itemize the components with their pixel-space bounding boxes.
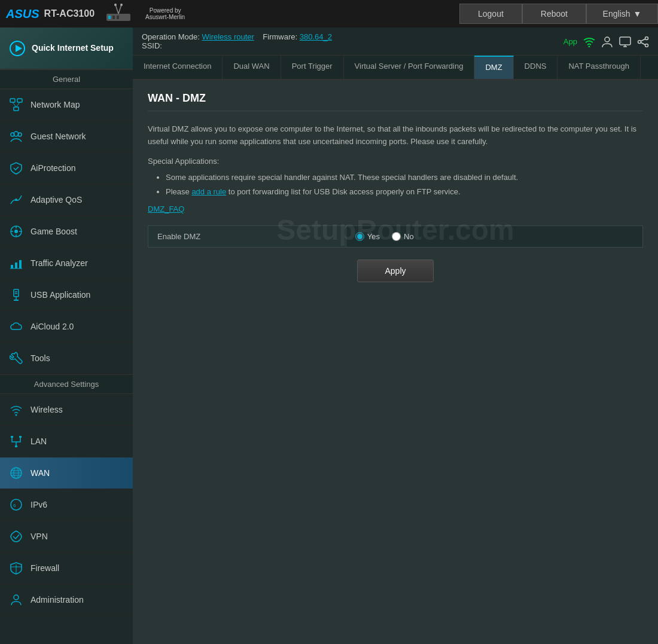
sidebar-item-game-boost[interactable]: Game Boost	[0, 216, 133, 248]
special-apps-title: Special Applications:	[148, 157, 643, 166]
sidebar-item-adaptive-qos[interactable]: Adaptive QoS	[0, 184, 133, 216]
asus-logo: ASUS	[6, 7, 39, 21]
radio-yes-input[interactable]	[355, 232, 364, 241]
sidebar-item-aiprotection[interactable]: AiProtection	[0, 152, 133, 184]
svg-marker-9	[16, 45, 22, 52]
svg-line-56	[641, 39, 645, 41]
sidebar-item-wireless[interactable]: Wireless	[0, 394, 133, 426]
apply-button[interactable]: Apply	[357, 260, 433, 282]
wifi-status-icon[interactable]	[583, 35, 595, 48]
svg-point-6	[114, 4, 117, 6]
advanced-section-header: Advanced Settings	[0, 374, 133, 394]
svg-text:6: 6	[13, 503, 16, 508]
quick-setup-icon	[9, 39, 26, 56]
sidebar-item-lan[interactable]: LAN	[0, 426, 133, 457]
sidebar-item-wan[interactable]: WAN	[0, 457, 133, 489]
operation-mode-label: Operation Mode:	[142, 32, 200, 41]
tab-nat-passthrough[interactable]: NAT Passthrough	[558, 56, 640, 79]
dmz-radio-group: Yes No	[355, 232, 633, 241]
tab-internet-connection[interactable]: Internet Connection	[133, 56, 223, 79]
game-boost-label: Game Boost	[31, 227, 77, 236]
bullet-item-2: Please add a rule to port forwarding lis…	[166, 185, 643, 199]
lan-label: LAN	[31, 437, 47, 446]
svg-rect-2	[112, 16, 115, 19]
share-icon[interactable]	[637, 35, 649, 48]
svg-line-13	[13, 102, 16, 107]
usb-application-label: USB Application	[31, 290, 90, 300]
logout-button[interactable]: Logout	[459, 4, 522, 24]
sidebar-item-firewall[interactable]: Firewall	[0, 553, 133, 584]
sidebar-item-aicloud[interactable]: AiCloud 2.0	[0, 311, 133, 343]
svg-point-55	[645, 44, 648, 47]
tab-port-trigger[interactable]: Port Trigger	[281, 56, 344, 79]
dmz-faq-link[interactable]: DMZ_FAQ	[148, 205, 184, 213]
add-rule-link[interactable]: add a rule	[191, 187, 226, 196]
wireless-label: Wireless	[31, 405, 63, 414]
sidebar-item-usb-application[interactable]: USB Application	[0, 279, 133, 311]
language-button[interactable]: English ▼	[586, 4, 658, 24]
svg-point-49	[605, 37, 610, 42]
sidebar-item-administration[interactable]: Administration	[0, 584, 133, 616]
administration-icon	[9, 593, 23, 607]
svg-rect-3	[117, 16, 119, 19]
bullet2-prefix: Please	[166, 187, 191, 196]
sidebar-item-guest-network[interactable]: Guest Network	[0, 121, 133, 152]
enable-dmz-control: Yes No	[346, 226, 642, 248]
chevron-down-icon: ▼	[633, 9, 642, 19]
ipv6-label: IPv6	[31, 500, 47, 509]
network-map-icon	[9, 97, 23, 112]
quick-setup-item[interactable]: Quick Internet Setup	[0, 28, 133, 69]
svg-line-4	[115, 5, 118, 14]
powered-by: Powered by Asuswrt-Merlin	[145, 7, 185, 20]
svg-point-18	[15, 199, 17, 201]
adaptive-qos-icon	[9, 193, 23, 207]
sidebar: Quick Internet Setup General Network Map…	[0, 28, 133, 644]
svg-rect-1	[108, 16, 111, 19]
radio-yes-label[interactable]: Yes	[355, 232, 380, 241]
tab-virtual-server[interactable]: Virtual Server / Port Forwarding	[344, 56, 475, 79]
sidebar-item-traffic-analyzer[interactable]: Traffic Analyzer	[0, 248, 133, 279]
aicloud-label: AiCloud 2.0	[31, 322, 74, 331]
svg-rect-35	[11, 436, 13, 438]
model-name: RT-AC3100	[44, 8, 95, 19]
monitor-icon[interactable]	[619, 35, 631, 48]
sidebar-item-tools[interactable]: Tools	[0, 343, 133, 374]
radio-no-input[interactable]	[392, 232, 401, 241]
svg-point-7	[120, 4, 123, 6]
page-content: WAN - DMZ Virtual DMZ allows you to expo…	[133, 80, 658, 294]
header-buttons: Logout Reboot English ▼	[459, 4, 658, 24]
sidebar-item-network-map[interactable]: Network Map	[0, 89, 133, 121]
sidebar-item-ipv6[interactable]: 6 IPv6	[0, 489, 133, 521]
aicloud-icon	[9, 319, 23, 334]
svg-rect-25	[11, 265, 13, 268]
radio-no-label[interactable]: No	[392, 232, 414, 241]
bullet-list: Some applications require special handle…	[166, 170, 643, 199]
svg-rect-11	[17, 99, 22, 102]
aiprotection-icon	[9, 161, 23, 175]
operation-mode-value[interactable]: Wireless router	[202, 32, 254, 41]
wan-icon	[9, 466, 23, 480]
reboot-button[interactable]: Reboot	[522, 4, 586, 24]
enable-dmz-label: Enable DMZ	[148, 226, 346, 248]
tools-label: Tools	[31, 353, 50, 363]
svg-point-43	[11, 499, 22, 510]
page-title: WAN - DMZ	[148, 92, 643, 111]
svg-rect-12	[14, 107, 19, 111]
wan-label: WAN	[31, 468, 50, 478]
apply-btn-area: Apply	[148, 260, 643, 282]
svg-point-53	[645, 36, 648, 39]
vpn-icon	[9, 529, 23, 544]
users-icon[interactable]	[601, 35, 613, 48]
lan-icon	[9, 434, 23, 448]
tab-ddns[interactable]: DDNS	[514, 56, 558, 79]
tab-dmz[interactable]: DMZ	[474, 56, 513, 79]
top-bar: Operation Mode: Wireless router Firmware…	[133, 28, 658, 56]
sidebar-item-vpn[interactable]: VPN	[0, 521, 133, 553]
top-bar-info: Operation Mode: Wireless router Firmware…	[142, 32, 332, 50]
description-text: Virtual DMZ allows you to expose one com…	[148, 123, 643, 148]
firmware-value[interactable]: 380.64_2	[300, 32, 332, 41]
tab-dual-wan[interactable]: Dual WAN	[223, 56, 281, 79]
game-boost-icon	[9, 224, 23, 239]
top-bar-icons: App	[563, 35, 649, 48]
app-label: App	[563, 37, 577, 46]
